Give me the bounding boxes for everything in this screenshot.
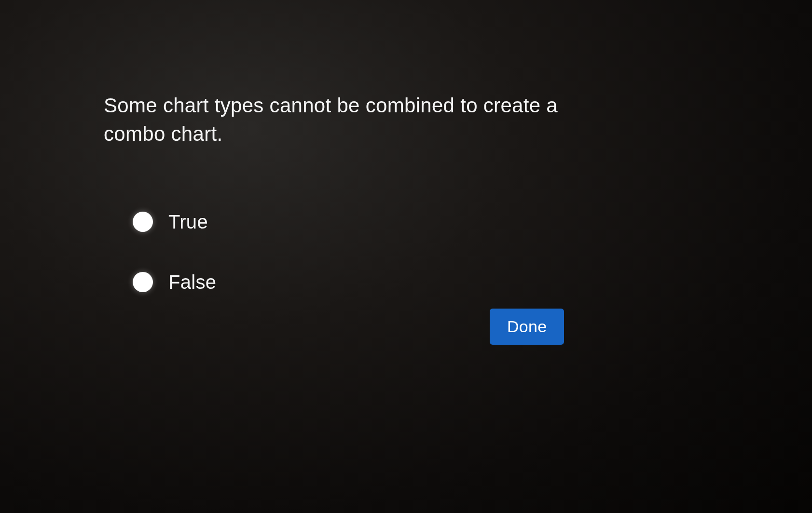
quiz-container: Some chart types cannot be combined to c…	[104, 92, 586, 332]
option-label-false: False	[168, 271, 216, 293]
done-button[interactable]: Done	[490, 309, 564, 345]
option-false[interactable]: False	[133, 271, 586, 293]
options-container: True False	[104, 211, 586, 293]
radio-icon	[133, 272, 153, 292]
question-text: Some chart types cannot be combined to c…	[104, 92, 586, 148]
option-label-true: True	[168, 211, 208, 233]
radio-icon	[133, 212, 153, 232]
option-true[interactable]: True	[133, 211, 586, 233]
